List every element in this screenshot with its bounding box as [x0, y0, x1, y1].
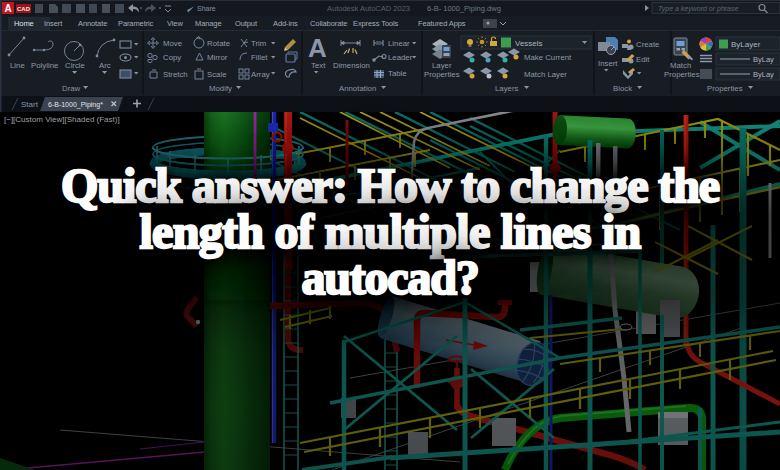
svg-text:Create: Create [636, 40, 659, 49]
svg-text:Polyline: Polyline [31, 61, 58, 70]
svg-text:Move: Move [163, 39, 182, 48]
svg-text:Match Layer: Match Layer [524, 70, 567, 79]
svg-text:Collaborate: Collaborate [310, 19, 347, 28]
svg-text:ByLay: ByLay [753, 55, 774, 64]
svg-text:Fillet: Fillet [251, 53, 268, 62]
svg-text:Annotation: Annotation [339, 84, 376, 93]
svg-text:Manage: Manage [195, 19, 222, 28]
svg-text:Insert: Insert [598, 59, 618, 68]
svg-text:Circle: Circle [65, 61, 85, 70]
svg-text:Modify: Modify [209, 84, 232, 93]
svg-text:6-B-1000_Piping*: 6-B-1000_Piping* [48, 101, 103, 109]
svg-text:Table: Table [388, 69, 407, 78]
svg-text:Scale: Scale [207, 70, 227, 79]
svg-text:Output: Output [235, 19, 258, 28]
svg-text:Match: Match [670, 61, 691, 70]
svg-text:Leader: Leader [388, 53, 413, 62]
svg-text:Arc: Arc [99, 61, 111, 70]
svg-text:Featured Apps: Featured Apps [418, 19, 466, 28]
svg-text:Vessels: Vessels [515, 39, 543, 48]
svg-text:Insert: Insert [44, 19, 63, 28]
svg-text:Stretch: Stretch [163, 70, 188, 79]
svg-text:Type a keyword or phrase: Type a keyword or phrase [658, 5, 739, 13]
svg-text:Annotate: Annotate [78, 19, 107, 28]
svg-text:Layer: Layer [432, 61, 452, 70]
svg-text:Start: Start [21, 100, 39, 109]
svg-text:Edit: Edit [636, 55, 650, 64]
svg-text:Autodesk AutoCAD 2023: Autodesk AutoCAD 2023 [327, 4, 410, 13]
svg-text:Home: Home [14, 19, 34, 28]
svg-text:Parametric: Parametric [118, 19, 154, 28]
svg-text:Share: Share [197, 5, 216, 12]
svg-text:A: A [308, 33, 327, 63]
svg-text:ByLayer: ByLayer [731, 40, 761, 49]
svg-text:Properties: Properties [664, 70, 700, 79]
svg-text:Express Tools: Express Tools [353, 19, 399, 28]
svg-text:Make Current: Make Current [524, 53, 572, 62]
svg-text:Text: Text [311, 61, 326, 70]
svg-text:Trim: Trim [251, 39, 266, 48]
svg-text:6-B- 1000_Piping.dwg: 6-B- 1000_Piping.dwg [427, 4, 501, 13]
svg-text:Properties: Properties [707, 84, 743, 93]
svg-text:Add-ins: Add-ins [273, 19, 298, 28]
svg-text:Draw: Draw [62, 84, 81, 93]
svg-text:Line: Line [10, 61, 25, 70]
svg-text:Array: Array [251, 70, 270, 79]
svg-text:Properties: Properties [424, 70, 460, 79]
svg-text:View: View [167, 19, 183, 28]
svg-text:Mirror: Mirror [207, 53, 228, 62]
svg-text:ByLay: ByLay [753, 70, 774, 79]
svg-text:CAD: CAD [17, 6, 31, 12]
svg-text:Block: Block [613, 84, 632, 93]
svg-text:Copy: Copy [163, 53, 181, 62]
svg-text:Rotate: Rotate [207, 39, 230, 48]
svg-text:Layers: Layers [495, 84, 519, 93]
svg-text:Linear: Linear [388, 39, 410, 48]
svg-text:A: A [4, 3, 11, 14]
svg-text:Dimension: Dimension [333, 61, 370, 70]
